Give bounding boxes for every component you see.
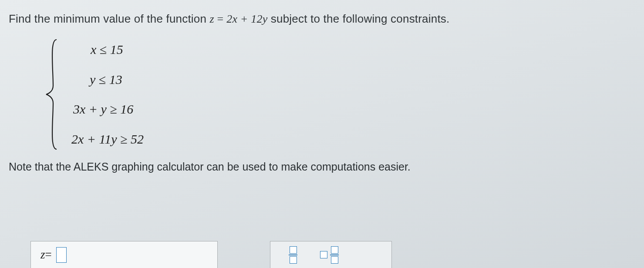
calculator-note: Note that the ALEKS graphing calculator …: [9, 161, 635, 173]
question-prompt: Find the minimum value of the function z…: [9, 12, 635, 26]
left-brace-icon: [44, 38, 59, 151]
fraction-button[interactable]: [289, 246, 297, 264]
answer-label: z: [40, 248, 45, 261]
constraint-1: x ≤ 15: [71, 42, 144, 57]
prompt-after-text: subject to the following constraints.: [267, 12, 449, 25]
constraint-3: 3x + y ≥ 16: [71, 102, 144, 117]
equals-sign: =: [214, 13, 226, 25]
answer-box: z =: [30, 241, 218, 268]
constraint-2: y ≤ 13: [71, 72, 144, 87]
func-lhs: z: [210, 13, 214, 25]
whole-box-icon: [320, 251, 327, 258]
answer-row: z =: [30, 241, 392, 268]
func-rhs: 2x + 12y: [226, 13, 267, 25]
constraints-list: x ≤ 15 y ≤ 13 3x + y ≥ 16 2x + 11y ≥ 52: [59, 38, 144, 151]
question-page: Find the minimum value of the function z…: [0, 0, 644, 268]
mixed-number-button[interactable]: [320, 246, 339, 264]
prompt-before-text: Find the minimum value of the function: [9, 12, 210, 25]
constraint-4: 2x + 11y ≥ 52: [71, 132, 144, 147]
answer-input[interactable]: [56, 247, 67, 263]
constraints-block: x ≤ 15 y ≤ 13 3x + y ≥ 16 2x + 11y ≥ 52: [44, 38, 635, 151]
answer-equals: =: [45, 248, 52, 261]
fraction-icon: [289, 246, 297, 264]
fraction-icon: [330, 246, 339, 264]
math-toolbox: [270, 241, 392, 268]
